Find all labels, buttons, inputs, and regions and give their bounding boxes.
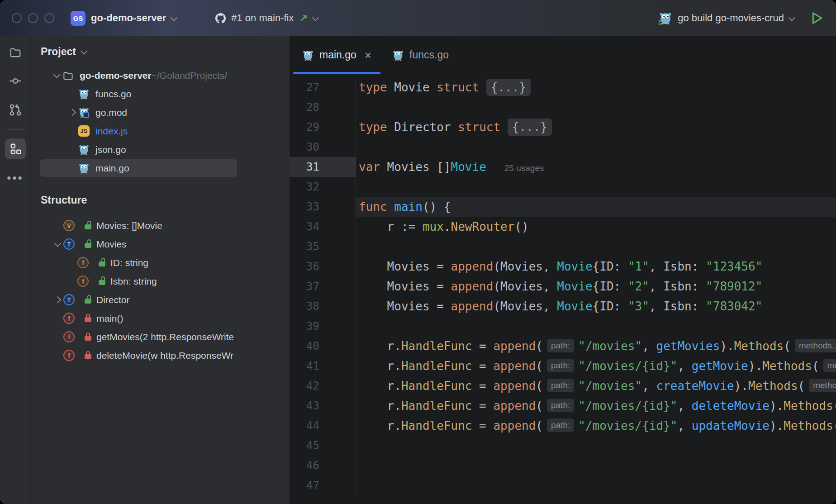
window-minimize-button[interactable]	[28, 13, 38, 23]
tab-main-go[interactable]: main.go ×	[293, 36, 380, 74]
code-line-43[interactable]: 43 r.HandleFunc = append(path:"/movies/{…	[290, 396, 836, 416]
structure-panel-header[interactable]: Structure	[31, 185, 290, 208]
window-zoom-button[interactable]	[44, 13, 54, 23]
structure-item-getMovies-2-http-ResponseWrite[interactable]: fgetMovies(2 http.ResponseWrite	[31, 328, 290, 346]
structure-item-label: main()	[96, 313, 124, 324]
code-text: r.HandleFunc = append(path:"/movies", cr…	[356, 376, 836, 396]
structure-tool-button[interactable]	[5, 138, 26, 159]
gutter[interactable]: 29	[290, 117, 356, 137]
code-line-47[interactable]: 47	[290, 475, 836, 495]
gutter[interactable]: 46	[290, 456, 356, 475]
code-line-35[interactable]: 35	[290, 237, 836, 257]
gutter[interactable]: 36	[290, 257, 356, 276]
gutter[interactable]: 44	[290, 416, 356, 436]
project-tree-item-main-go[interactable]: main.go	[31, 159, 290, 177]
line-number: 46	[290, 456, 319, 475]
code-line-38[interactable]: 38 Movies = append(Movies, Movie{ID: "3"…	[290, 296, 836, 316]
gutter[interactable]: 38	[290, 296, 356, 316]
window-controls	[12, 13, 54, 23]
project-tree-item-go-demo-server[interactable]: go-demo-server ~/GolandProjects/	[31, 66, 290, 85]
code-editor[interactable]: 27type Movie struct {...}2829type Direct…	[290, 74, 836, 504]
line-number: 41	[290, 356, 319, 376]
tab-funcs-go[interactable]: funcs.go	[383, 36, 458, 74]
folded-block-badge[interactable]: {...}	[508, 119, 552, 136]
pull-request-icon	[9, 104, 22, 116]
code-line-42[interactable]: 42 r.HandleFunc = append(path:"/movies",…	[290, 376, 836, 396]
pull-requests-tool-button[interactable]	[5, 100, 26, 120]
code-line-30[interactable]: 30	[290, 137, 836, 157]
code-line-34[interactable]: 34 r := mux.NewRouter()	[290, 217, 836, 237]
gutter[interactable]: 45	[290, 436, 356, 456]
gutter[interactable]: 41	[290, 356, 356, 376]
code-line-46[interactable]: 46	[290, 456, 836, 475]
code-line-44[interactable]: 44 r.HandleFunc = append(path:"/movies/{…	[290, 416, 836, 436]
structure-item-Movies-Movie[interactable]: VMovies: []Movie	[31, 216, 290, 235]
window-close-button[interactable]	[12, 13, 22, 23]
code-line-40[interactable]: 40 r.HandleFunc = append(path:"/movies",…	[290, 336, 836, 356]
project-tree-item-json-go[interactable]: json.go	[31, 140, 290, 159]
commit-tool-button[interactable]	[5, 71, 26, 91]
function-icon: f	[63, 350, 75, 361]
go-file-icon	[78, 88, 90, 100]
gutter[interactable]: 35	[290, 237, 356, 257]
code-line-39[interactable]: 39	[290, 316, 836, 336]
structure-item-main-[interactable]: fmain()	[31, 309, 290, 328]
code-line-45[interactable]: 45	[290, 436, 836, 456]
project-panel-header[interactable]: Project	[31, 36, 290, 60]
code-line-41[interactable]: 41 r.HandleFunc = append(path:"/movies/{…	[290, 356, 836, 376]
run-button[interactable]	[810, 11, 824, 25]
code-line-33[interactable]: 33func main() {	[290, 197, 836, 217]
gutter[interactable]: 47	[290, 475, 356, 495]
gutter[interactable]: 33	[290, 197, 356, 217]
project-tree-item-funcs-go[interactable]: funcs.go	[31, 85, 290, 103]
github-icon	[215, 13, 226, 24]
line-number: 36	[290, 257, 319, 276]
branch-widget[interactable]: #1 on main-fix ↗	[215, 12, 318, 24]
project-widget[interactable]: GS go-demo-server	[71, 11, 176, 26]
chevron-right-icon[interactable]	[52, 297, 63, 302]
gutter[interactable]: 42	[290, 376, 356, 396]
gutter[interactable]: 40	[290, 336, 356, 356]
structure-item-label: getMovies(2 http.ResponseWrite	[96, 332, 234, 342]
folded-block-badge[interactable]: {...}	[486, 79, 531, 96]
structure-item-deleteMovie-w-http-ResponseWr[interactable]: fdeleteMovie(w http.ResponseWr	[31, 346, 290, 365]
code-text: type Movie struct {...}	[356, 77, 836, 97]
chevron-right-icon[interactable]	[66, 110, 78, 115]
code-text	[356, 137, 836, 157]
gutter[interactable]: 31	[290, 157, 356, 177]
code-text: r.HandleFunc = append(path:"/movies/{id}…	[356, 356, 836, 376]
close-tab-icon[interactable]: ×	[365, 49, 371, 61]
gutter[interactable]: 32	[290, 177, 356, 197]
activity-bar-divider	[7, 129, 24, 130]
code-line-37[interactable]: 37 Movies = append(Movies, Movie{ID: "2"…	[290, 276, 836, 296]
gutter[interactable]: 39	[290, 316, 356, 336]
project-tool-button[interactable]	[5, 42, 26, 62]
code-line-27[interactable]: 27type Movie struct {...}	[290, 77, 836, 97]
gutter[interactable]: 27	[290, 77, 356, 97]
code-line-36[interactable]: 36 Movies = append(Movies, Movie{ID: "1"…	[290, 257, 836, 276]
gutter[interactable]: 37	[290, 276, 356, 296]
chevron-down-icon[interactable]	[52, 242, 63, 247]
code-line-32[interactable]: 32	[290, 177, 836, 197]
more-tools-button[interactable]: •••	[5, 167, 26, 188]
gutter[interactable]: 43	[290, 396, 356, 416]
code-line-28[interactable]: 28	[290, 97, 836, 117]
run-configuration-widget[interactable]: go build go-movies-crud	[659, 11, 794, 25]
gutter[interactable]: 28	[290, 97, 356, 117]
tab-label: funcs.go	[409, 49, 449, 61]
project-tree-item-index-js[interactable]: JSindex.js	[31, 122, 290, 140]
code-text	[356, 456, 836, 475]
usages-inlay-hint[interactable]: 25 usages	[504, 163, 544, 173]
structure-item-Isbn-string[interactable]: fIsbn: string	[31, 272, 290, 290]
structure-item-Movies[interactable]: TMovies	[31, 235, 290, 253]
code-line-31[interactable]: 31var Movies []Movie25 usages	[290, 157, 836, 177]
project-tree-item-go-mod[interactable]: go.mod	[31, 103, 290, 122]
chevron-down-icon[interactable]	[51, 73, 62, 78]
structure-item-ID-string[interactable]: fID: string	[31, 253, 290, 272]
gutter[interactable]: 34	[290, 217, 356, 237]
line-number: 27	[290, 77, 319, 97]
structure-item-Director[interactable]: TDirector	[31, 290, 290, 309]
code-line-29[interactable]: 29type Director struct {...}	[290, 117, 836, 137]
gutter[interactable]: 30	[290, 137, 356, 157]
line-number: 43	[290, 396, 319, 416]
